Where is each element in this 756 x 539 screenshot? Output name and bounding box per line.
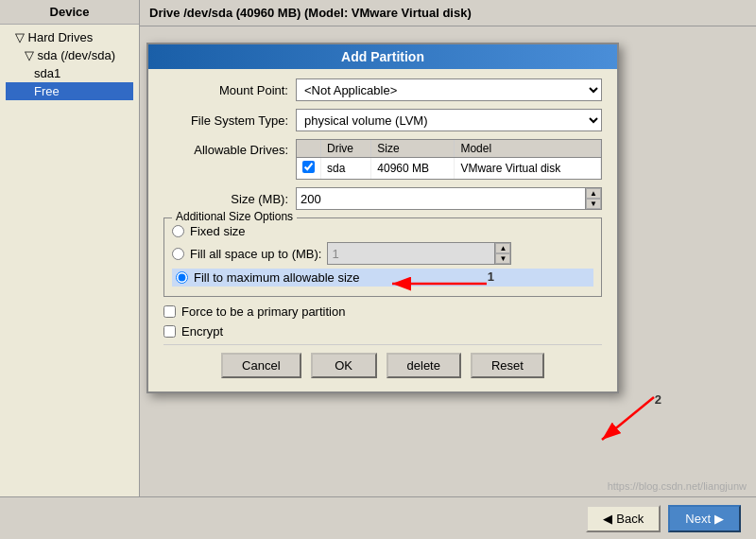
fill-upto-radio[interactable]: [172, 248, 184, 260]
svg-line-3: [602, 397, 654, 440]
arrow1-svg: [383, 270, 496, 298]
next-button[interactable]: Next ▶: [668, 505, 741, 532]
size-input[interactable]: [296, 187, 586, 210]
reset-button[interactable]: Reset: [471, 353, 544, 378]
sidebar: Device ▽ Hard Drives ▽ sda (/dev/sda) sd…: [0, 0, 140, 539]
drives-col-size: Size: [371, 140, 455, 158]
encrypt-checkbox[interactable]: [163, 325, 176, 338]
arrow2-svg: [588, 392, 663, 449]
add-partition-dialog: Add Partition Mount Point: <Not Applicab…: [146, 43, 619, 393]
cancel-button[interactable]: Cancel: [221, 353, 301, 378]
bottom-nav: ◀ Back Next ▶: [0, 496, 756, 539]
size-control: ▲ ▼: [296, 187, 602, 210]
fill-upto-label: Fill all space up to (MB):: [190, 247, 321, 261]
primary-label: Force to be a primary partition: [181, 304, 345, 319]
fixed-size-label: Fixed size: [190, 224, 246, 238]
back-label: Back: [616, 512, 644, 526]
drives-col-drive: Drive: [321, 140, 371, 158]
primary-checkbox[interactable]: [163, 305, 176, 318]
sidebar-item-sda1[interactable]: sda1: [6, 64, 133, 82]
drives-col-check: [297, 140, 321, 158]
sidebar-item-hard-drives[interactable]: ▽ Hard Drives: [6, 28, 133, 46]
dialog-body: Mount Point: <Not Applicable> File Syste…: [148, 69, 617, 391]
dialog-title: Add Partition: [148, 44, 617, 69]
mount-point-row: Mount Point: <Not Applicable>: [163, 78, 602, 101]
delete-button[interactable]: delete: [387, 353, 461, 378]
drives-table-container: Drive Size Model sda 40960 MB VMware Vir…: [296, 139, 602, 180]
sidebar-title: Device: [0, 0, 139, 25]
size-down-btn[interactable]: ▼: [586, 199, 601, 209]
sidebar-item-sda[interactable]: ▽ sda (/dev/sda): [6, 46, 133, 64]
drive-checkbox[interactable]: [302, 161, 315, 173]
fill-max-radio[interactable]: [176, 271, 188, 284]
fill-upto-spinner: ▲ ▼: [327, 242, 403, 265]
ok-button[interactable]: OK: [311, 353, 377, 378]
drive-name-cell: sda: [321, 158, 371, 180]
back-arrow-icon: ◀: [603, 512, 612, 526]
allowable-drives-section: Allowable Drives: Drive Size Model: [163, 139, 602, 180]
device-tree: ▽ Hard Drives ▽ sda (/dev/sda) sda1 Free: [0, 25, 139, 104]
sidebar-item-free[interactable]: Free: [6, 82, 133, 100]
drives-col-model: Model: [455, 140, 601, 158]
fill-upto-row: Fill all space up to (MB): ▲ ▼: [172, 242, 593, 265]
size-label: Size (MB):: [163, 192, 296, 206]
fill-upto-down-btn[interactable]: ▼: [495, 253, 510, 264]
drive-model-cell: VMware Virtual disk: [455, 158, 601, 180]
size-row: Size (MB): ▲ ▼: [163, 187, 602, 210]
drive-checkbox-cell[interactable]: [297, 158, 321, 180]
fill-upto-input[interactable]: [327, 242, 495, 265]
back-button[interactable]: ◀ Back: [586, 505, 661, 532]
next-arrow-icon: ▶: [714, 512, 724, 526]
size-spinner-btns: ▲ ▼: [586, 187, 602, 210]
fixed-size-radio[interactable]: [172, 225, 184, 237]
mount-point-select[interactable]: <Not Applicable>: [296, 78, 602, 101]
drives-table: Drive Size Model sda 40960 MB VMware Vir…: [297, 140, 601, 179]
fs-type-control: physical volume (LVM) ext4 ext3 swap xfs: [296, 109, 602, 131]
fill-upto-up-btn[interactable]: ▲: [495, 243, 510, 253]
primary-partition-row: Force to be a primary partition: [163, 304, 602, 319]
fs-type-select[interactable]: physical volume (LVM) ext4 ext3 swap xfs: [296, 109, 602, 131]
size-up-btn[interactable]: ▲: [586, 188, 601, 199]
mount-point-control: <Not Applicable>: [296, 78, 602, 101]
table-row[interactable]: sda 40960 MB VMware Virtual disk: [297, 158, 601, 180]
fs-type-label: File System Type:: [163, 113, 296, 128]
drive-size-cell: 40960 MB: [371, 158, 455, 180]
annotation-arrow-2: 2: [588, 392, 663, 452]
additional-size-legend: Additional Size Options: [172, 210, 297, 223]
fill-max-label: Fill to maximum allowable size: [194, 270, 360, 285]
next-label: Next: [685, 512, 711, 526]
annotation-2-num: 2: [655, 392, 662, 407]
fs-type-row: File System Type: physical volume (LVM) …: [163, 109, 602, 131]
annotation-1-num: 1: [488, 270, 494, 284]
encrypt-label: Encrypt: [181, 324, 223, 339]
annotation-arrow-1: 1: [383, 270, 496, 301]
fixed-size-row: Fixed size: [172, 224, 593, 238]
drive-header: Drive /dev/sda (40960 MB) (Model: VMware…: [140, 0, 756, 26]
mount-point-label: Mount Point:: [163, 83, 296, 97]
watermark: https://blog.csdn.net/liangjunw: [608, 480, 747, 492]
allowable-drives-label: Allowable Drives:: [163, 139, 296, 180]
dialog-buttons: Cancel OK delete Reset: [163, 344, 602, 382]
size-spinner: ▲ ▼: [296, 187, 602, 210]
encrypt-row: Encrypt: [163, 324, 602, 339]
fill-upto-spinner-btns: ▲ ▼: [495, 242, 511, 265]
